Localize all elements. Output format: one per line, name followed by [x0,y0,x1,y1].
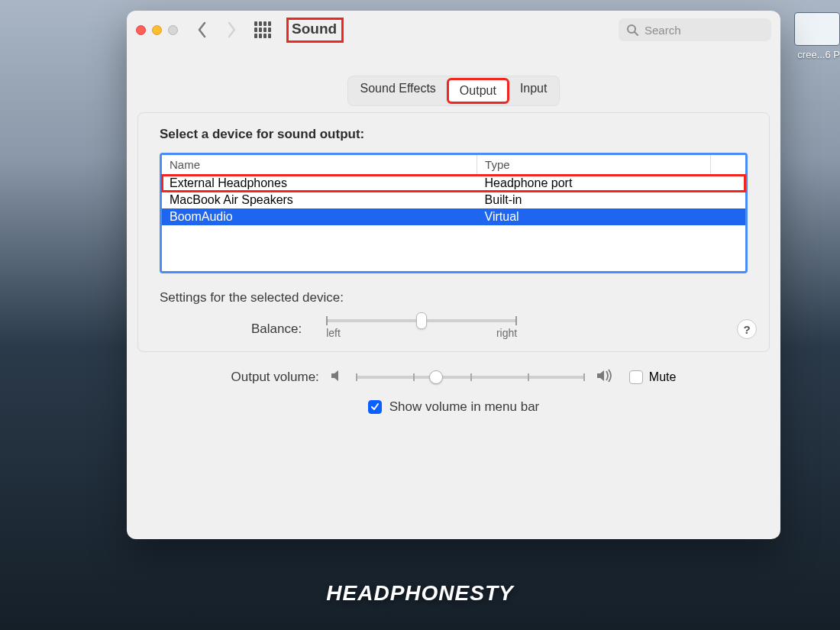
device-type: Built-in [477,192,745,208]
balance-slider[interactable] [326,319,517,322]
close-window-button[interactable] [136,25,146,35]
device-table[interactable]: Name Type External Headphones Headphone … [162,155,745,271]
output-panel: Select a device for sound output: Name T… [137,112,770,352]
forward-button[interactable] [221,19,242,40]
help-button[interactable]: ? [737,319,757,339]
chevron-left-icon [197,21,208,38]
device-row[interactable]: MacBook Air Speakers Built-in [162,192,745,208]
column-header-name[interactable]: Name [162,155,477,175]
search-input[interactable]: Search [619,18,771,41]
tab-label: Sound Effects [360,82,436,95]
column-header-type[interactable]: Type [477,155,711,175]
output-volume-slider[interactable] [356,376,585,379]
zoom-window-button[interactable] [168,25,178,35]
device-table-annotation-box: Name Type External Headphones Headphone … [160,153,748,273]
tab-output[interactable]: Output [447,78,509,104]
device-name: BoomAudio [162,208,477,225]
tab-label: Output [460,84,496,97]
window-controls [136,25,178,35]
chevron-right-icon [226,21,237,38]
desktop-thumbnail[interactable] [794,12,840,46]
mute-checkbox[interactable] [629,370,643,384]
show-volume-menubar-checkbox[interactable] [368,400,382,414]
device-type: Virtual [477,208,745,225]
output-volume-section: Output volume: [157,369,750,415]
tab-input[interactable]: Input [509,78,558,104]
watermark-text: HEADPHONESTY [0,581,840,606]
toolbar: Sound Search [127,11,780,49]
mute-label: Mute [649,370,677,384]
panel-heading: Select a device for sound output: [160,127,748,142]
device-settings-heading: Settings for the selected device: [160,290,748,305]
tab-bar: Sound Effects Output Input [127,76,780,106]
device-row[interactable]: BoomAudio Virtual [162,208,745,225]
balance-left-label: left [326,327,341,339]
balance-control: Balance: left right [251,319,748,339]
tab-sound-effects[interactable]: Sound Effects [350,78,447,104]
balance-label: Balance: [251,321,302,337]
help-icon: ? [743,323,750,336]
device-type: Headphone port [477,175,745,192]
speaker-low-icon [330,369,345,386]
desktop-thumbnail-label: cree...6 P [797,49,840,60]
window-title: Sound [292,21,337,37]
svg-line-1 [635,32,638,35]
show-all-grid-icon[interactable] [254,21,271,38]
output-volume-label: Output volume: [231,370,319,385]
table-header-row: Name Type [162,155,745,175]
tab-label: Input [520,82,548,95]
volume-slider-knob[interactable] [429,370,443,384]
preferences-window: Sound Search Sound Effects Output Input … [127,11,780,539]
device-row[interactable]: External Headphones Headphone port [162,175,745,192]
back-button[interactable] [192,19,213,40]
minimize-window-button[interactable] [152,25,162,35]
search-icon [626,24,638,36]
show-volume-menubar-label: Show volume in menu bar [389,399,540,415]
search-placeholder: Search [645,24,681,37]
device-name: External Headphones [162,175,477,192]
device-name: MacBook Air Speakers [162,192,477,208]
balance-slider-knob[interactable] [416,312,427,329]
title-annotation-box: Sound [286,18,344,43]
speaker-high-icon [596,369,615,386]
balance-right-label: right [496,327,517,339]
